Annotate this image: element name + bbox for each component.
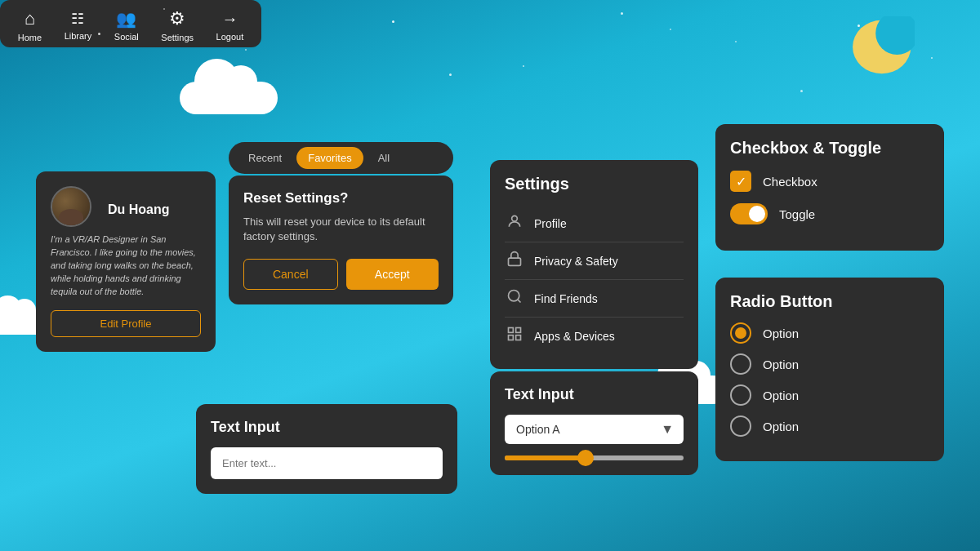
radio-card-title: Radio Button (730, 292, 929, 311)
profile-icon (505, 213, 524, 233)
radio-inner-0 (735, 327, 746, 339)
checkbox-row: ✓ Checkbox (730, 171, 929, 192)
checkbox-card-title: Checkbox & Toggle (730, 139, 929, 158)
settings-item-privacy[interactable]: Privacy & Safety (505, 242, 684, 280)
reset-dialog-description: This will reset your device to its defau… (243, 215, 439, 244)
nav-label-library: Library (65, 31, 92, 41)
toggle-knob (749, 206, 765, 222)
reset-dialog-title: Reset Settings? (243, 190, 439, 207)
radio-button-0[interactable] (730, 322, 751, 344)
tab-favorites[interactable]: Favorites (296, 147, 363, 169)
nav-item-logout[interactable]: → Logout (216, 10, 244, 42)
profile-bio: I'm a VR/AR Designer in San Francisco. I… (51, 233, 201, 299)
radio-row-1[interactable]: Option (730, 353, 929, 375)
settings-label-friends: Find Friends (534, 292, 598, 305)
svg-line-5 (518, 300, 521, 303)
settings-item-friends[interactable]: Find Friends (505, 280, 684, 318)
svg-point-2 (512, 216, 518, 221)
settings-label-apps: Apps & Devices (534, 330, 615, 343)
accept-button[interactable]: Accept (346, 259, 439, 290)
nav-label-home: Home (18, 33, 42, 42)
slider-fill (505, 455, 586, 460)
toggle-row: Toggle (730, 203, 929, 224)
tab-all[interactable]: All (367, 147, 401, 169)
bottom-nav: ⌂ Home ☷ Library 👥 Social ⚙ Settings → L… (0, 0, 261, 47)
checkbox-toggle-card: Checkbox & Toggle ✓ Checkbox Toggle (715, 124, 944, 251)
dropdown-wrapper: Option A Option B Option C ▼ (505, 415, 684, 444)
radio-row-0[interactable]: Option (730, 322, 929, 344)
profile-card: Du Hoang I'm a VR/AR Designer in San Fra… (36, 171, 216, 352)
radio-row-3[interactable]: Option (730, 415, 929, 437)
radio-label-0: Option (763, 327, 799, 340)
nav-label-logout: Logout (216, 32, 244, 42)
checkmark-icon: ✓ (736, 174, 746, 189)
svg-rect-8 (509, 335, 514, 340)
dropdown-select[interactable]: Option A Option B Option C (505, 415, 684, 444)
text-input-card-left: Text Input (196, 404, 457, 494)
reset-dialog: Reset Settings? This will reset your dev… (229, 176, 453, 304)
toggle-label: Toggle (779, 207, 815, 221)
home-icon: ⌂ (24, 8, 35, 29)
checkbox[interactable]: ✓ (730, 171, 751, 192)
edit-profile-button[interactable]: Edit Profile (51, 310, 201, 337)
tabs-bar: Recent Favorites All (229, 142, 453, 174)
nav-item-social[interactable]: 👥 Social (114, 9, 139, 42)
radio-label-3: Option (763, 420, 799, 433)
settings-title: Settings (505, 175, 684, 193)
radio-row-2[interactable]: Option (730, 384, 929, 406)
radio-label-1: Option (763, 358, 799, 371)
svg-rect-7 (516, 328, 521, 333)
nav-item-library[interactable]: ☷ Library (65, 10, 92, 41)
radio-button-2[interactable] (730, 384, 751, 406)
logout-icon: → (221, 10, 238, 29)
text-input-left-title: Text Input (211, 419, 443, 436)
find-friends-icon (505, 288, 524, 309)
slider-thumb[interactable] (577, 450, 594, 466)
avatar (51, 186, 91, 227)
slider-track (505, 455, 684, 460)
svg-rect-3 (509, 258, 521, 265)
radio-button-3[interactable] (730, 415, 751, 437)
text-input-card-center: Text Input Option A Option B Option C ▼ (490, 371, 698, 475)
checkbox-label: Checkbox (763, 175, 817, 189)
svg-rect-9 (516, 335, 521, 340)
svg-rect-6 (509, 328, 514, 333)
nav-item-home[interactable]: ⌂ Home (18, 8, 42, 42)
nav-items-container: ⌂ Home ☷ Library 👥 Social ⚙ Settings → L… (7, 8, 255, 42)
settings-icon: ⚙ (169, 8, 185, 29)
svg-point-4 (509, 291, 519, 301)
library-icon: ☷ (71, 10, 84, 28)
apps-icon (505, 326, 524, 346)
nav-label-social: Social (114, 32, 139, 42)
radio-button-1[interactable] (730, 353, 751, 375)
text-input-center-title: Text Input (505, 386, 684, 403)
reset-dialog-buttons: Cancel Accept (243, 259, 439, 290)
settings-item-profile[interactable]: Profile (505, 205, 684, 242)
privacy-icon (505, 251, 524, 271)
cloud-top (180, 82, 278, 114)
tab-recent[interactable]: Recent (237, 147, 293, 169)
cancel-button[interactable]: Cancel (243, 259, 338, 290)
radio-label-2: Option (763, 389, 799, 402)
settings-card: Settings Profile Privacy & Safety Find F… (490, 160, 698, 369)
nav-label-settings: Settings (161, 33, 194, 42)
moon-icon (841, 16, 915, 78)
settings-label-profile: Profile (534, 217, 567, 230)
nav-item-settings[interactable]: ⚙ Settings (161, 8, 194, 42)
profile-name: Du Hoang (108, 196, 170, 217)
tabs-container: Recent Favorites All (229, 142, 453, 174)
social-icon: 👥 (116, 9, 136, 29)
toggle[interactable] (730, 203, 768, 224)
radio-button-card: Radio Button Option Option Option Option (715, 278, 944, 461)
settings-label-privacy: Privacy & Safety (534, 255, 618, 268)
text-input-left-field[interactable] (211, 447, 443, 479)
settings-item-apps[interactable]: Apps & Devices (505, 318, 684, 354)
